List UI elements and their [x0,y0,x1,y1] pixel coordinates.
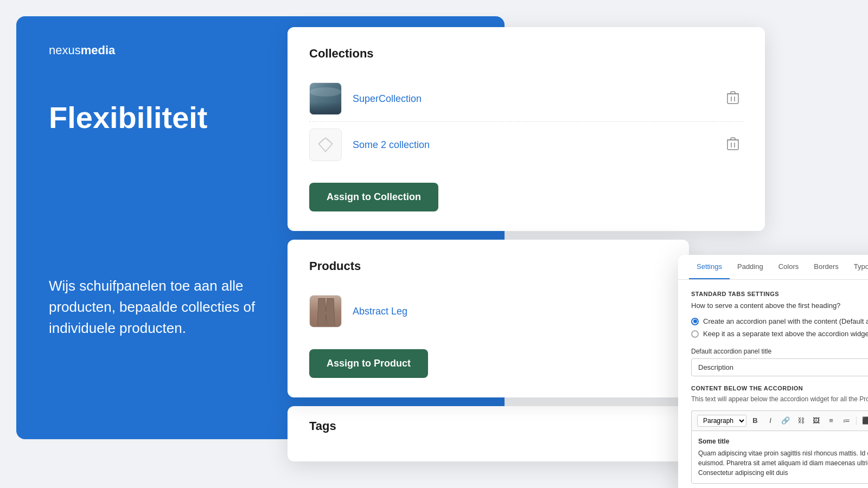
tab-padding[interactable]: Padding [730,255,771,279]
editor-bold-text: Some title [698,436,868,446]
delete-icon-1[interactable] [723,86,743,112]
radio-label-2: Keep it as a separate text above the acc… [703,330,868,338]
product-item-1: Abstract Leg [309,288,667,334]
radio-circle-1 [691,318,699,325]
radio-option-2[interactable]: Keep it as a separate text above the acc… [691,330,868,338]
logo-media: media [81,43,116,57]
unordered-list-btn[interactable]: ≡ [825,414,838,427]
bold-btn[interactable]: B [749,414,762,427]
delete-icon-2[interactable] [723,132,743,158]
tab-borders[interactable]: Borders [806,255,846,279]
tab-settings[interactable]: Settings [689,255,730,279]
settings-panel: Settings Padding Colors Borders Typograp… [678,255,868,488]
main-content-area: Collections SuperCollection [288,27,765,461]
toolbar-separator [856,416,857,425]
editor-body-text: Quam adipiscing vitae proin sagittis nis… [698,450,868,477]
tab-typography[interactable]: Typography [846,255,868,279]
editor-content[interactable]: Some title Quam adipiscing vitae proin s… [691,431,868,484]
products-title: Products [309,259,667,273]
radio-circle-2 [691,330,699,338]
landscape-image [310,83,341,114]
align-left-btn[interactable]: ⬛ [860,414,868,427]
unlink-btn[interactable]: ⛓ [794,414,807,427]
italic-btn[interactable]: I [764,414,777,427]
collections-panel: Collections SuperCollection [288,27,765,231]
settings-tabs-bar: Settings Padding Colors Borders Typograp… [678,255,868,280]
svg-rect-4 [727,140,738,150]
tab-colors[interactable]: Colors [771,255,807,279]
assign-to-collection-button[interactable]: Assign to Collection [309,183,438,211]
editor-toolbar: Paragraph B I 🔗 ⛓ 🖼 ≡ ≔ ⬛ ⬛ ⬛ I </> [691,410,868,431]
radio-option-1[interactable]: Create an accordion panel with the conte… [691,317,868,325]
radio-label-1: Create an accordion panel with the conte… [703,317,868,325]
logo-nexus: nexus [49,43,81,57]
paragraph-select[interactable]: Paragraph [697,415,746,427]
settings-body: STANDARD TABS SETTINGS How to serve a co… [678,280,868,488]
accordion-title-input[interactable] [691,358,868,376]
content-section-title: CONTENT BELOW THE ACCORDION [691,385,868,391]
svg-rect-0 [727,94,738,104]
tags-title: Tags [309,419,667,433]
collection-name-1[interactable]: SuperCollection [353,93,723,105]
link-btn[interactable]: 🔗 [779,414,792,427]
radio-group: Create an accordion panel with the conte… [691,317,868,338]
description-text: Wijs schuifpanelen toe aan alle producte… [49,275,277,339]
products-panel: Products Abstract Leg Assign to Product [288,240,689,397]
collections-title: Collections [309,47,743,61]
assign-to-product-button[interactable]: Assign to Product [309,349,428,378]
collection-thumbnail-1 [309,82,342,115]
product-thumbnail-1 [309,295,342,328]
image-btn[interactable]: 🖼 [809,414,822,427]
tags-section: Tags [288,406,689,461]
product-name-1[interactable]: Abstract Leg [353,306,407,317]
ordered-list-btn[interactable]: ≔ [840,414,853,427]
pants-image [310,296,342,328]
settings-question: How to serve a content above the first h… [691,301,868,310]
content-description: This text will appear below the accordio… [691,395,868,404]
section-title: STANDARD TABS SETTINGS [691,291,868,297]
collection-item-2: Some 2 collection [309,122,743,168]
field-label: Default accordion panel title [691,348,868,355]
collection-name-2[interactable]: Some 2 collection [353,139,723,151]
collection-thumbnail-2 [309,129,342,161]
collection-item-1: SuperCollection [309,76,743,122]
